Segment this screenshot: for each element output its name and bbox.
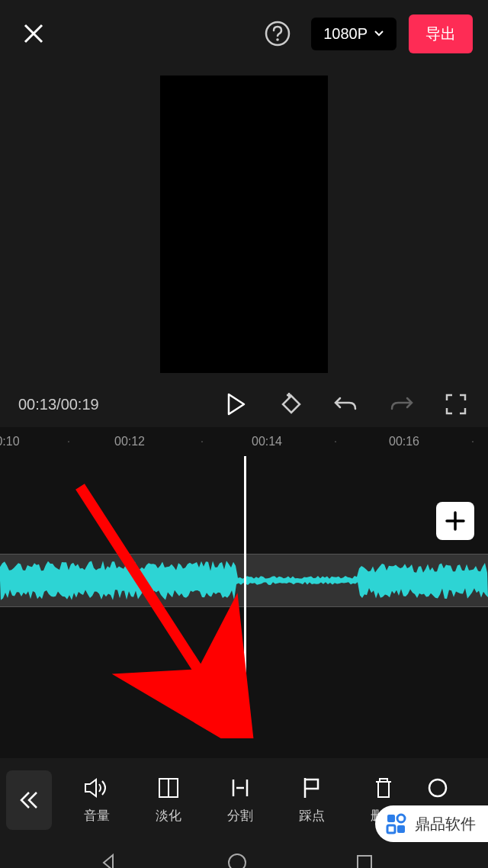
svg-point-1	[276, 38, 279, 41]
circle-icon	[427, 777, 448, 799]
time-display: 00:13/00:19	[18, 396, 99, 413]
redo-button[interactable]	[387, 391, 415, 418]
tool-label: 分割	[227, 807, 253, 825]
play-button[interactable]	[223, 391, 250, 418]
help-button[interactable]	[259, 15, 296, 52]
annotation-arrow	[72, 479, 255, 738]
svg-rect-11	[397, 825, 405, 833]
home-nav-button[interactable]	[226, 852, 248, 868]
svg-rect-8	[387, 815, 395, 822]
tool-label: 踩点	[299, 807, 325, 825]
undo-button[interactable]	[332, 391, 360, 418]
watermark: 鼎品软件	[375, 805, 488, 842]
timeline-ruler: 0:10·00:12·00:14·00:16·	[0, 427, 488, 456]
keyframe-button[interactable]	[278, 391, 305, 418]
trash-icon	[373, 776, 394, 799]
video-preview[interactable]	[0, 67, 488, 381]
timeline[interactable]: 0:10·00:12·00:14·00:16·	[0, 427, 488, 758]
add-clip-button[interactable]	[436, 502, 474, 540]
split-icon	[229, 776, 252, 799]
watermark-logo-icon	[384, 812, 409, 836]
svg-point-5	[429, 780, 446, 796]
preview-frame	[160, 76, 328, 373]
volume-icon	[84, 776, 110, 799]
playhead[interactable]	[244, 456, 246, 731]
volume-tool[interactable]: 音量	[64, 776, 130, 825]
resolution-label: 1080P	[323, 25, 368, 43]
fade-icon	[157, 776, 180, 799]
fade-tool[interactable]: 淡化	[136, 776, 201, 825]
back-nav-button[interactable]	[99, 853, 119, 868]
svg-rect-10	[387, 825, 395, 833]
recent-nav-button[interactable]	[355, 854, 374, 868]
tool-label: 音量	[84, 807, 110, 825]
chevron-down-icon	[374, 30, 384, 37]
svg-point-9	[397, 815, 405, 822]
fullscreen-button[interactable]	[442, 391, 470, 418]
resolution-selector[interactable]: 1080P	[311, 18, 396, 50]
close-button[interactable]	[15, 15, 52, 52]
svg-rect-7	[358, 856, 371, 868]
svg-point-6	[229, 854, 246, 868]
tool-label: 淡化	[156, 807, 181, 825]
svg-point-0	[266, 22, 289, 45]
flag-icon	[301, 776, 323, 799]
beat-tool[interactable]: 踩点	[279, 776, 345, 825]
split-tool[interactable]: 分割	[207, 776, 273, 825]
collapse-toolbar-button[interactable]	[6, 770, 52, 830]
export-button[interactable]: 导出	[409, 14, 473, 53]
watermark-label: 鼎品软件	[415, 814, 476, 834]
